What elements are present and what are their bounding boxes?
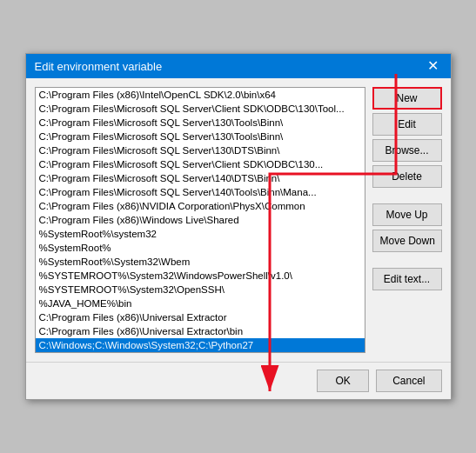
browse-button[interactable]: Browse... [372, 139, 442, 162]
list-item[interactable]: C:\Program Files\Microsoft SQL Server\14… [36, 171, 365, 185]
list-item[interactable]: C:\Program Files (x86)\Universal Extract… [36, 310, 365, 324]
buttons-panel: New Edit Browse... Delete Move Up Move D… [372, 87, 442, 353]
list-item[interactable]: C:\Program Files (x86)\NVIDIA Corporatio… [36, 199, 365, 213]
list-item[interactable]: C:\Program Files\Microsoft SQL Server\13… [36, 116, 365, 130]
dialog: Edit environment variable ✕ C:\Program F… [25, 53, 452, 400]
list-item[interactable]: C:\Program Files\Microsoft SQL Server\Cl… [36, 157, 365, 171]
list-item[interactable]: %SystemRoot%\system32 [36, 227, 365, 241]
list-item[interactable]: %SYSTEMROOT%\System32\WindowsPowerShell\… [36, 269, 365, 283]
list-box[interactable]: C:\Program Files (x86)\Intel\OpenCL SDK\… [35, 87, 365, 353]
list-item[interactable]: C:\Program Files\Microsoft SQL Server\14… [36, 185, 365, 199]
list-item[interactable]: C:\Windows;C:\Windows\System32;C:\Python… [36, 338, 365, 352]
ok-button[interactable]: OK [317, 370, 369, 392]
cancel-button[interactable]: Cancel [376, 370, 441, 392]
dialog-footer: OK Cancel [26, 362, 451, 399]
close-button[interactable]: ✕ [424, 59, 442, 73]
title-bar: Edit environment variable ✕ [26, 54, 451, 78]
move-up-button[interactable]: Move Up [372, 203, 442, 226]
edit-text-button[interactable]: Edit text... [372, 268, 442, 290]
move-down-button[interactable]: Move Down [372, 230, 442, 252]
dialog-body: C:\Program Files (x86)\Intel\OpenCL SDK\… [26, 78, 451, 362]
list-item[interactable]: C:\Program Files\Microsoft SQL Server\13… [36, 143, 365, 157]
list-item[interactable]: %JAVA_HOME%\bin [36, 296, 365, 310]
list-container: C:\Program Files (x86)\Intel\OpenCL SDK\… [35, 87, 365, 353]
edit-button[interactable]: Edit [372, 113, 442, 136]
new-button[interactable]: New [372, 87, 442, 110]
list-item[interactable]: C:\Program Files (x86)\Windows Live\Shar… [36, 213, 365, 227]
list-item[interactable]: %SYSTEMROOT%\System32\OpenSSH\ [36, 283, 365, 296]
list-item[interactable]: %SystemRoot% [36, 241, 365, 255]
delete-button[interactable]: Delete [372, 165, 442, 188]
list-item[interactable]: C:\Program Files (x86)\Universal Extract… [36, 324, 365, 338]
dialog-title: Edit environment variable [35, 60, 163, 73]
list-item[interactable]: C:\Program Files (x86)\Intel\OpenCL SDK\… [36, 88, 365, 102]
list-item[interactable]: C:\Program Files\Microsoft SQL Server\Cl… [36, 102, 365, 116]
list-item[interactable]: C:\Program Files\Microsoft SQL Server\13… [36, 130, 365, 143]
list-item[interactable]: %SystemRoot%\System32\Wbem [36, 255, 365, 269]
